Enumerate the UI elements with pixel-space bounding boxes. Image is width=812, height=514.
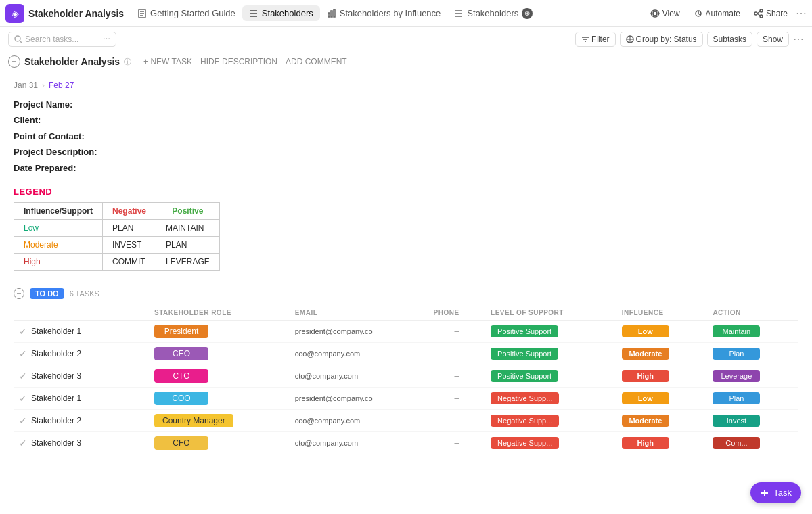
tab-stakeholders2[interactable]: Stakeholders ⊕ <box>447 5 539 22</box>
legend-table: Influence/Support Negative Positive Low … <box>14 202 220 271</box>
view-button[interactable]: View <box>645 6 685 21</box>
check-icon[interactable]: ✓ <box>19 438 27 448</box>
legend-row-moderate: Moderate INVEST PLAN <box>14 236 220 253</box>
tab-stakeholders-label: Stakeholders <box>262 8 313 18</box>
tasks-table: STAKEHOLDER ROLE EMAIL PHONE LEVEL OF SU… <box>14 306 798 454</box>
action-badge: Leverage <box>713 370 760 382</box>
legend-col-positive: Positive <box>156 202 220 219</box>
task-role-cell: CEO <box>149 342 290 365</box>
support-badge: Positive Support <box>491 370 558 382</box>
task-action-cell: Plan <box>707 387 798 409</box>
check-icon[interactable]: ✓ <box>19 415 27 426</box>
col-role: STAKEHOLDER ROLE <box>149 306 290 321</box>
col-email: EMAIL <box>290 306 428 321</box>
automate-button[interactable]: Automate <box>688 6 746 21</box>
influence-badge: Low <box>622 392 669 404</box>
task-name-cell: ✓ Stakeholder 1 <box>14 387 149 409</box>
check-icon[interactable]: ✓ <box>19 371 27 381</box>
date-to: Feb 27 <box>49 80 74 90</box>
date-arrow-icon: › <box>42 80 45 90</box>
influence-badge: Moderate <box>622 415 669 427</box>
search-field[interactable]: Search tasks... ⋯ <box>8 32 116 47</box>
add-comment-button[interactable]: ADD COMMENT <box>286 57 347 66</box>
check-icon[interactable]: ✓ <box>19 393 27 404</box>
support-badge: Positive Support <box>491 348 558 360</box>
filter-button[interactable]: Filter <box>575 32 616 47</box>
tab-getting-started[interactable]: Getting Started Guide <box>131 5 242 21</box>
fab-label: Task <box>773 488 792 498</box>
legend-pos-low: MAINTAIN <box>156 219 220 236</box>
svg-rect-8 <box>331 11 332 17</box>
app-logo: ◈ <box>5 4 24 23</box>
svg-rect-7 <box>328 13 330 17</box>
field-description: Project Description: <box>14 144 798 160</box>
subtasks-button[interactable]: Subtasks <box>707 32 752 47</box>
table-row: ✓ Stakeholder 1 President president@comp… <box>14 320 798 342</box>
task-collapse-button[interactable] <box>14 288 24 299</box>
date-row: Jan 31 › Feb 27 <box>14 80 798 90</box>
task-name-cell: ✓ Stakeholder 3 <box>14 431 149 454</box>
tab-stakeholders[interactable]: Stakeholders <box>242 5 320 21</box>
app-title: Stakeholder Analysis <box>28 8 124 19</box>
support-badge: Negative Supp... <box>491 415 559 427</box>
role-badge: Country Manager <box>154 414 233 427</box>
support-badge: Negative Supp... <box>491 437 559 449</box>
task-email-cell: president@company.co <box>290 320 428 342</box>
task-phone-cell: – <box>428 365 486 387</box>
influence-badge: High <box>622 437 669 449</box>
task-name: Stakeholder 3 <box>31 371 81 381</box>
group-by-button[interactable]: Group by: Status <box>620 32 703 47</box>
show-button[interactable]: Show <box>757 32 789 47</box>
toolbar: Search tasks... ⋯ Filter Group by: Statu… <box>0 27 812 51</box>
list-icon <box>249 9 258 18</box>
section-title: Stakeholder Analysis <box>24 56 120 67</box>
legend-inf-mod: Moderate <box>14 236 103 253</box>
hide-description-button[interactable]: HIDE DESCRIPTION <box>200 57 277 66</box>
task-influence-cell: Moderate <box>616 409 708 431</box>
legend-col-influence: Influence/Support <box>14 202 103 219</box>
svg-point-16 <box>754 12 757 15</box>
col-name <box>14 306 149 321</box>
table-row: ✓ Stakeholder 2 Country Manager ceo@comp… <box>14 409 798 431</box>
task-influence-cell: High <box>616 365 708 387</box>
svg-point-20 <box>15 36 20 41</box>
legend-row-low: Low PLAN MAINTAIN <box>14 219 220 236</box>
search-icon <box>14 35 22 43</box>
action-badge: Invest <box>713 415 760 427</box>
new-task-button[interactable]: + NEW TASK <box>143 57 192 66</box>
role-badge: CFO <box>154 436 208 450</box>
topbar-actions: View Automate Share ⋯ <box>645 6 807 21</box>
legend-neg-mod: INVEST <box>103 236 156 253</box>
tab-stakeholders-by-influence[interactable]: Stakeholders by Influence <box>320 5 448 21</box>
task-action-cell: Maintain <box>707 320 798 342</box>
role-badge: COO <box>154 392 208 405</box>
add-task-fab[interactable]: Task <box>750 482 801 503</box>
col-support: LEVEL OF SUPPORT <box>485 306 616 321</box>
check-icon[interactable]: ✓ <box>19 326 27 337</box>
legend-inf-high: High <box>14 253 103 270</box>
field-client: Client: <box>14 112 798 128</box>
legend-inf-low: Low <box>14 219 103 236</box>
table-row: ✓ Stakeholder 2 CEO ceo@company.com – Po… <box>14 342 798 365</box>
section-header: Stakeholder Analysis ⓘ + NEW TASK HIDE D… <box>0 51 812 72</box>
task-email-cell: cto@company.com <box>290 365 428 387</box>
check-icon[interactable]: ✓ <box>19 348 27 359</box>
doc-icon <box>137 9 147 18</box>
field-date: Date Prepared: <box>14 160 798 176</box>
share-button[interactable]: Share <box>748 6 793 21</box>
role-badge: CTO <box>154 369 208 383</box>
main-content: Stakeholder Analysis ⓘ + NEW TASK HIDE D… <box>0 51 812 514</box>
action-badge: Maintain <box>713 325 760 337</box>
tasks-count: 6 TASKS <box>70 289 99 298</box>
toolbar-more-icon[interactable]: ⋯ <box>793 32 804 45</box>
search-options-icon[interactable]: ⋯ <box>103 34 110 43</box>
svg-line-19 <box>757 14 760 16</box>
legend-pos-high: LEVERAGE <box>156 253 220 270</box>
task-action-cell: Invest <box>707 409 798 431</box>
task-support-cell: Negative Supp... <box>485 387 616 409</box>
task-influence-cell: Low <box>616 320 708 342</box>
info-icon[interactable]: ⓘ <box>124 57 131 67</box>
collapse-button[interactable] <box>8 55 20 68</box>
task-role-cell: Country Manager <box>149 409 290 431</box>
more-options-icon[interactable]: ⋯ <box>796 7 807 20</box>
